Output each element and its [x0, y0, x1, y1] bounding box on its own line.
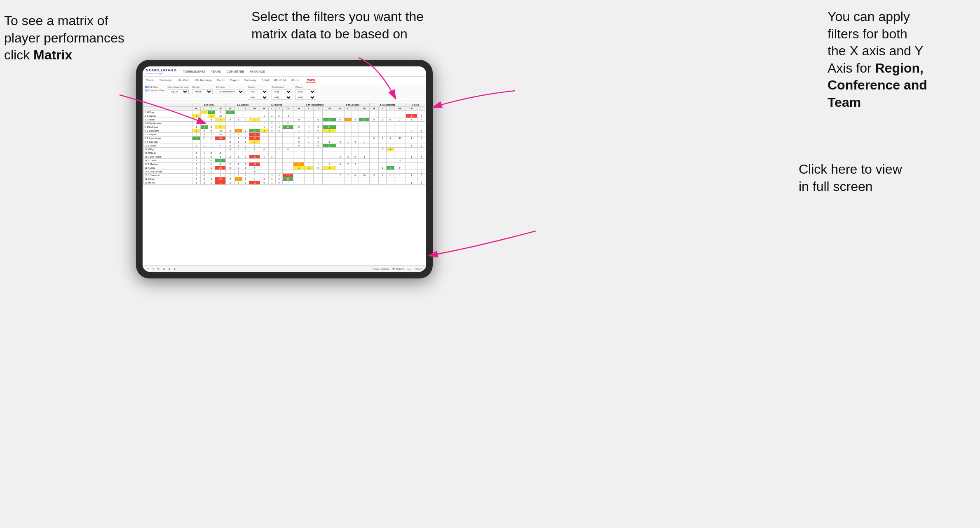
full-view-label: Full View [148, 86, 158, 88]
matrix-cell: 1 [305, 137, 314, 140]
matrix-cell [417, 140, 425, 144]
nav-rankings[interactable]: RANKINGS [249, 69, 266, 74]
matrix-cell [293, 114, 305, 118]
sh-d4: Dif [323, 107, 336, 111]
matrix-cell: 0 [225, 118, 235, 122]
subnav-teams[interactable]: Teams [145, 78, 155, 82]
subnav-h2h-grid[interactable]: H2H Grid [176, 78, 190, 82]
matrix-cell: 2 [345, 174, 352, 177]
nav-tournaments[interactable]: TOURNAMENTS [182, 69, 206, 74]
full-view-radio[interactable] [145, 86, 148, 88]
matrix-cell [370, 140, 379, 144]
zoom-btn[interactable]: ⊕ [167, 267, 171, 271]
matrix-cell [352, 148, 359, 151]
matrix-cell: 0 [293, 118, 305, 122]
matrix-cell [242, 114, 249, 118]
matrix-cell: 1 [192, 125, 201, 129]
subnav-summary[interactable]: Summary [159, 78, 173, 82]
matrix-cell [359, 129, 369, 133]
max-players-select[interactable]: Top 25 [168, 89, 189, 94]
gender-select[interactable]: Men's [192, 89, 213, 94]
nav-committee[interactable]: COMMITTEE [225, 69, 245, 74]
subnav-h2h-heatmap[interactable]: H2H Heatmap [193, 78, 213, 82]
matrix-cell [249, 125, 260, 129]
subnav-matrix-active[interactable]: Matrix [306, 78, 316, 82]
matrix-cell: 1 [370, 148, 379, 151]
matrix-cell [305, 148, 314, 151]
subnav-detail[interactable]: Detail [260, 78, 270, 82]
header-player [144, 103, 192, 107]
subnav-matrix[interactable]: Matrix [216, 78, 225, 82]
matrix-cell: 1 [305, 163, 314, 166]
undo-btn[interactable]: ↩ [146, 267, 150, 271]
matrix-cell [323, 159, 336, 163]
redo-btn[interactable]: ↪ [151, 267, 155, 271]
matrix-cell [225, 122, 235, 125]
players-select2[interactable]: (All) [295, 95, 316, 100]
matrix-cell [268, 133, 275, 137]
refresh-btn[interactable]: ⟳ [157, 267, 160, 271]
conference-select2[interactable]: (All) [272, 95, 292, 100]
matrix-cell [387, 125, 394, 129]
matrix-cell [345, 137, 352, 140]
matrix-cell [387, 111, 394, 114]
matrix-cell [379, 129, 387, 133]
matrix-cell: 2 [192, 174, 201, 177]
player-name-cell: 3. J Koivun [144, 118, 192, 122]
matrix-cell: -19 [249, 163, 260, 166]
matrix-cell [394, 144, 406, 148]
compact-view-option[interactable]: Compact View [145, 89, 164, 92]
matrix-cell: 1 [208, 174, 215, 177]
settings-btn[interactable]: ⚙ [173, 267, 176, 271]
matrix-cell [323, 177, 336, 181]
matrix-cell: 2 [336, 155, 345, 159]
matrix-cell: 1 [417, 181, 425, 185]
matrix-cell: 0 [242, 170, 249, 174]
screen-btn[interactable]: ⛶ [407, 267, 411, 271]
matrix-cell: 0 [242, 144, 249, 148]
matrix-area: 1. W Ding 2. L Clanton 3. J Koivun 4. M … [143, 102, 426, 265]
matrix-cell [276, 151, 283, 155]
matrix-cell [345, 114, 352, 118]
matrix-cell: 2 [345, 155, 352, 159]
watch-btn[interactable]: 👁 Watch ▾ [392, 267, 405, 271]
subnav-summary2[interactable]: Summary [244, 78, 258, 82]
subnav-h2h-grid2[interactable]: H2H Grid [273, 78, 286, 82]
player-name-cell: 12. M Riedel [144, 151, 192, 155]
matrix-cell [268, 111, 275, 114]
matrix-cell [201, 148, 208, 151]
grid-btn[interactable]: ⊞ [162, 267, 166, 271]
sh-d6: Dif [394, 107, 406, 111]
sh-t5: T [352, 107, 359, 111]
compact-view-radio[interactable] [145, 89, 148, 92]
nav-teams[interactable]: TEAMS [210, 69, 222, 74]
players-select1[interactable]: (All) [295, 89, 316, 94]
matrix-cell [283, 166, 293, 170]
matrix-cell: 0 [208, 177, 215, 181]
matrix-cell [379, 114, 387, 118]
matrix-cell: -7 [394, 159, 406, 163]
subnav-players[interactable]: Players [229, 78, 240, 82]
share-btn[interactable]: ↑ Share [413, 267, 423, 271]
matrix-cell [394, 177, 406, 181]
matrix-cell [268, 137, 275, 140]
matrix-cell [359, 144, 369, 148]
matrix-cell [276, 155, 283, 159]
region-select2[interactable]: N/A [248, 95, 268, 100]
matrix-cell: 1 [235, 155, 242, 159]
region-select[interactable]: N/A [248, 89, 268, 94]
matrix-cell: 1 [242, 181, 249, 185]
matrix-cell [352, 111, 359, 114]
player-name-cell: 14. J Lundin [144, 159, 192, 163]
matrix-cell: 0 [293, 125, 305, 129]
sh-l4: L [305, 107, 314, 111]
view-original-btn[interactable]: 📋 View: Original [370, 267, 390, 271]
division-select[interactable]: NCAA Division I [216, 89, 244, 94]
subnav-h2h-h[interactable]: H2H H... [290, 78, 303, 82]
matrix-cell: 0 [336, 140, 345, 144]
full-view-option[interactable]: Full View [145, 86, 164, 88]
player-name-cell: 8. P Summerhays [144, 137, 192, 140]
matrix-cell [305, 122, 314, 125]
conference-select1[interactable]: (All) [272, 89, 292, 94]
scoreboard-header: SCOREBOARD Powered by clippd TOURNAMENTS… [143, 66, 426, 77]
